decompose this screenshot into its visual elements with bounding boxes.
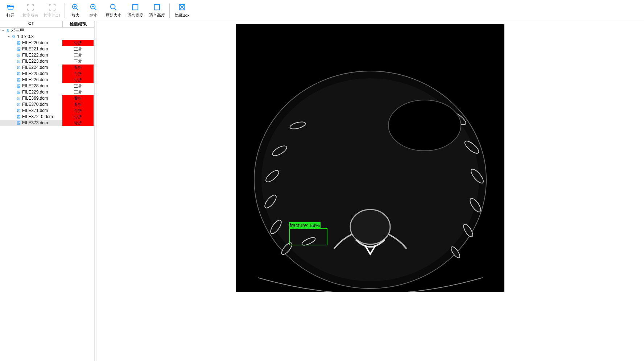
result-cell: 正常 (62, 52, 94, 58)
tree-file-row[interactable]: FILE369.dcm骨折 (0, 95, 94, 101)
svg-rect-7 (17, 42, 20, 44)
file-name: FILE226.dcm (22, 77, 48, 83)
svg-point-30 (18, 110, 18, 111)
svg-rect-3 (133, 5, 138, 10)
detect-this-ct-button: 检测此CT (41, 1, 63, 20)
original-size-button[interactable]: 原始大小 (103, 1, 124, 20)
svg-rect-23 (17, 91, 20, 94)
file-cell: FILE369.dcm (0, 95, 62, 101)
svg-rect-27 (17, 103, 20, 106)
tree-file-row[interactable]: FILE228.dcm正常 (0, 83, 94, 89)
zoom-in-icon (66, 3, 84, 12)
detect-all-button: 检测所有 (20, 1, 41, 20)
svg-rect-19 (17, 79, 20, 81)
tree-file-row[interactable]: FILE370.dcm骨折 (0, 101, 94, 108)
image-file-icon (17, 90, 21, 94)
zoom-out-button[interactable]: 缩小 (84, 1, 103, 20)
tree-file-row[interactable]: FILE223.dcm正常 (0, 58, 94, 65)
tree-file-row[interactable]: FILE373.dcm骨折 (0, 120, 94, 126)
folder-open-icon (1, 3, 20, 12)
file-tree[interactable]: ▾邓三甲▾1.0 x 0.8FILE220.dcm骨折FILE221.dcm正常… (0, 28, 94, 126)
hide-box-icon (171, 3, 193, 12)
toolbar-divider (65, 3, 65, 18)
image-file-icon (17, 109, 21, 113)
svg-rect-11 (17, 54, 20, 57)
detection-box: fracture: 64% (289, 228, 327, 245)
result-cell: 骨折 (62, 77, 94, 83)
fit-width-button[interactable]: 适合宽度 (124, 1, 146, 20)
file-cell: FILE224.dcm (0, 65, 62, 71)
tree-series-node[interactable]: ▾1.0 x 0.8 (0, 34, 94, 40)
file-cell: FILE221.dcm (0, 46, 62, 52)
header-ct: CT (0, 21, 62, 27)
result-cell: 骨折 (62, 65, 94, 71)
fit-width-icon (124, 3, 146, 12)
tree-file-row[interactable]: FILE220.dcm骨折 (0, 40, 94, 46)
result-cell: 正常 (62, 89, 94, 95)
result-cell: 骨折 (62, 95, 94, 101)
series-name: 1.0 x 0.8 (17, 34, 34, 40)
svg-rect-21 (17, 85, 20, 87)
scan-single-icon (41, 3, 63, 12)
result-cell: 骨折 (62, 101, 94, 108)
svg-point-20 (18, 79, 18, 80)
file-name: FILE371.dcm (22, 108, 48, 114)
toolbar: 打开 检测所有 检测此CT 放大 缩小 原始大小 适合宽度 (0, 0, 644, 21)
file-name: FILE369.dcm (22, 95, 48, 101)
svg-rect-31 (17, 116, 20, 118)
file-name: FILE220.dcm (22, 40, 48, 46)
tree-file-row[interactable]: FILE372_0.dcm骨折 (0, 114, 94, 120)
file-cell: FILE373.dcm (0, 120, 62, 126)
svg-point-18 (18, 73, 18, 74)
svg-rect-13 (17, 60, 20, 63)
image-file-icon (17, 115, 21, 119)
file-cell: FILE222.dcm (0, 52, 62, 58)
file-cell: FILE370.dcm (0, 101, 62, 108)
sidebar: CT 检测结果 ▾邓三甲▾1.0 x 0.8FILE220.dcm骨折FILE2… (0, 21, 94, 361)
zoom-in-button[interactable]: 放大 (66, 1, 84, 20)
result-cell: 骨折 (62, 40, 94, 46)
image-file-icon (17, 41, 21, 45)
file-name: FILE224.dcm (22, 65, 48, 71)
hide-box-button[interactable]: 隐藏Box (171, 1, 193, 20)
image-file-icon (17, 66, 21, 70)
tree-file-row[interactable]: FILE224.dcm骨折 (0, 65, 94, 71)
svg-point-51 (388, 100, 461, 151)
tree-file-row[interactable]: FILE226.dcm骨折 (0, 77, 94, 83)
svg-point-14 (18, 61, 18, 62)
header-result: 检测结果 (62, 21, 94, 27)
svg-rect-29 (17, 109, 20, 112)
detection-label: fracture: 64% (289, 222, 321, 229)
image-file-icon (17, 84, 21, 88)
tree-file-row[interactable]: FILE222.dcm正常 (0, 52, 94, 58)
file-cell: FILE220.dcm (0, 40, 62, 46)
svg-rect-25 (17, 97, 20, 100)
tree-file-row[interactable]: FILE221.dcm正常 (0, 46, 94, 52)
search-icon (103, 3, 124, 12)
tree-file-row[interactable]: FILE371.dcm骨折 (0, 108, 94, 114)
file-cell: FILE225.dcm (0, 71, 62, 77)
tree-patient-node[interactable]: ▾邓三甲 (0, 28, 94, 34)
tree-file-row[interactable]: FILE225.dcm骨折 (0, 71, 94, 77)
svg-point-12 (18, 55, 18, 55)
tree-file-row[interactable]: FILE229.dcm正常 (0, 89, 94, 95)
fit-height-button[interactable]: 适合高度 (146, 1, 168, 20)
result-cell: 正常 (62, 58, 94, 65)
file-name: FILE223.dcm (22, 58, 48, 65)
image-file-icon (17, 103, 21, 107)
layers-icon (12, 35, 16, 39)
image-viewer[interactable]: fracture: 64% (96, 21, 644, 361)
open-button[interactable]: 打开 (1, 1, 20, 20)
person-icon (6, 29, 10, 33)
chevron-down-icon[interactable]: ▾ (7, 34, 11, 40)
svg-point-6 (7, 29, 9, 31)
file-name: FILE225.dcm (22, 71, 48, 77)
image-file-icon (17, 47, 21, 51)
svg-point-38 (350, 209, 390, 244)
result-cell: 骨折 (62, 120, 94, 126)
ct-canvas: fracture: 64% (236, 24, 504, 292)
result-cell: 正常 (62, 83, 94, 89)
svg-rect-9 (17, 48, 20, 50)
svg-rect-33 (17, 122, 20, 124)
chevron-down-icon[interactable]: ▾ (1, 28, 5, 34)
